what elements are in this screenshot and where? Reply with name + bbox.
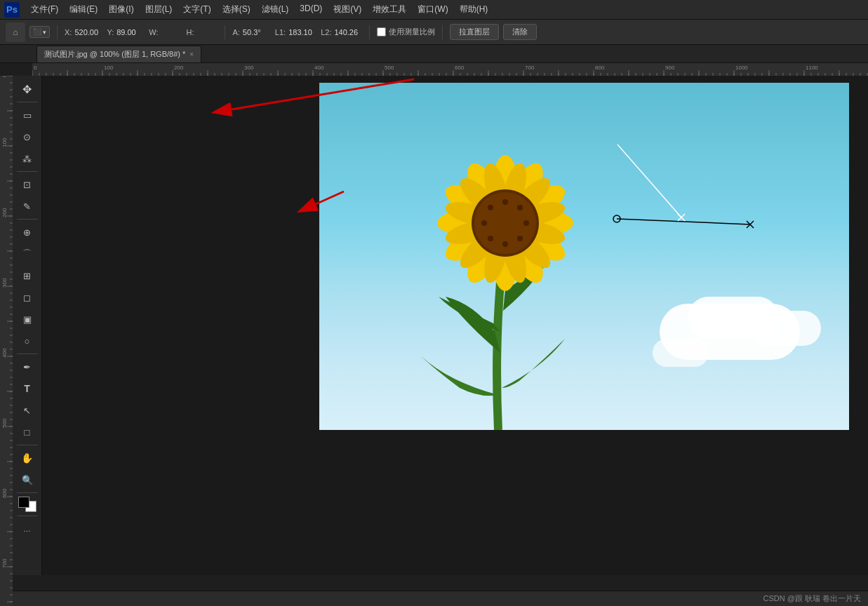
menu-item[interactable]: 增效工具 — [367, 2, 412, 17]
coord-x-group: X: 520.00 — [65, 28, 102, 36]
lasso-tool-button[interactable]: ⊙ — [15, 126, 39, 147]
path-select-tool-button[interactable]: ↖ — [15, 400, 39, 421]
l1-group: L1: 183.10 — [275, 28, 316, 36]
options-bar: ⌂ ⬛ ▾ X: 520.00 Y: 89.00 W: H: A: 50.3° … — [0, 20, 868, 45]
menu-item[interactable]: 编辑(E) — [64, 2, 103, 17]
toolbar-divider-5 — [17, 445, 38, 445]
l2-group: L2: 140.26 — [321, 28, 362, 36]
use-measurement-label: 使用测量比例 — [389, 27, 435, 37]
pen-tool-button[interactable]: ✒ — [15, 356, 39, 377]
l1-label: L1: — [275, 28, 286, 36]
h-label: H: — [186, 28, 194, 36]
menu-bar: Ps 文件(F)编辑(E)图像(I)图层(L)文字(T)选择(S)滤镜(L)3D… — [0, 0, 868, 20]
toolbar-divider-7 — [17, 516, 38, 516]
use-measurement-ratio-group: 使用测量比例 — [377, 27, 435, 37]
tab-bar: 测试图片.jpg @ 100% (图层 1, RGB/8#) * × — [0, 45, 868, 63]
y-value: 89.00 — [116, 28, 145, 36]
shape-tool-button[interactable]: □ — [15, 422, 39, 443]
menu-item[interactable]: 帮助(H) — [454, 2, 494, 17]
angle-group: A: 50.3° — [232, 28, 270, 36]
app-logo: Ps — [4, 2, 20, 18]
canvas-area — [42, 76, 868, 575]
sep1 — [57, 25, 58, 39]
height-group: H: — [186, 28, 218, 36]
measure-tool-lines — [319, 83, 849, 430]
a-value: 50.3° — [243, 28, 271, 36]
move-tool-button[interactable]: ✥ — [15, 79, 39, 100]
toolbar-divider-1 — [17, 102, 38, 102]
document-tab[interactable]: 测试图片.jpg @ 100% (图层 1, RGB/8#) * × — [36, 46, 201, 62]
use-measurement-checkbox[interactable] — [377, 27, 386, 36]
menu-item[interactable]: 文件(F) — [25, 2, 64, 17]
menu-item[interactable]: 选择(S) — [217, 2, 256, 17]
menu-item[interactable]: 视图(V) — [328, 2, 367, 17]
hand-tool-button[interactable]: ✋ — [15, 447, 39, 469]
l2-label: L2: — [321, 28, 331, 36]
menu-item[interactable]: 图像(I) — [103, 2, 139, 17]
y-label: Y: — [107, 28, 114, 36]
width-group: W: — [149, 28, 182, 36]
stamp-tool-button[interactable]: ⊞ — [15, 265, 39, 286]
crop-tool-button[interactable]: ⊡ — [15, 174, 39, 195]
menu-item[interactable]: 图层(L) — [140, 2, 178, 17]
color-swatch-container — [18, 497, 36, 512]
sep3 — [369, 25, 370, 39]
x-value: 520.00 — [74, 28, 102, 36]
l1-value: 183.10 — [288, 28, 316, 36]
zoom-tool-button[interactable]: 🔍 — [15, 469, 39, 490]
menu-items: 文件(F)编辑(E)图像(I)图层(L)文字(T)选择(S)滤镜(L)3D(D)… — [25, 2, 493, 17]
eyedropper-tool-button[interactable]: ✎ — [15, 196, 39, 217]
brush-tool-button[interactable]: ⌒ — [15, 243, 39, 264]
sep2 — [225, 25, 225, 39]
tab-title: 测试图片.jpg @ 100% (图层 1, RGB/8#) * — [44, 49, 185, 60]
ruler-vertical — [0, 76, 13, 591]
toolbar-divider-4 — [17, 354, 38, 354]
status-bar: CSDN @跟 耿瑞 卷出一片天 — [0, 591, 868, 606]
l2-value: 140.26 — [334, 28, 362, 36]
gradient-tool-button[interactable]: ▣ — [15, 309, 39, 330]
sep4 — [442, 25, 443, 39]
menu-item[interactable]: 滤镜(L) — [256, 2, 295, 17]
menu-item[interactable]: 文字(T) — [178, 2, 216, 17]
coord-y-group: Y: 89.00 — [107, 28, 145, 36]
home-button[interactable]: ⌂ — [6, 22, 25, 42]
rect-select-tool-button[interactable]: ▭ — [15, 105, 39, 126]
tool-preset-selector[interactable]: ⬛ ▾ — [29, 26, 50, 38]
left-toolbar: ✥ ▭ ⊙ ⁂ ⊡ ✎ ⊕ ⌒ ⊞ ◻ ▣ ○ ✒ T ↖ □ ✋ 🔍 — [13, 76, 42, 575]
x-label: X: — [65, 28, 72, 36]
w-label: W: — [149, 28, 158, 36]
toolbar-divider-6 — [17, 492, 38, 493]
toolbar-divider-2 — [17, 171, 38, 172]
eraser-tool-button[interactable]: ◻ — [15, 287, 39, 308]
text-tool-button[interactable]: T — [15, 378, 39, 399]
photo-canvas — [319, 83, 849, 430]
tab-close-button[interactable]: × — [189, 50, 194, 58]
more-tools-button[interactable]: … — [15, 518, 39, 539]
dodge-tool-button[interactable]: ○ — [15, 330, 39, 351]
a-label: A: — [232, 28, 239, 36]
svg-line-34 — [617, 144, 681, 217]
magic-wand-tool-button[interactable]: ⁂ — [15, 148, 39, 169]
ruler-horizontal — [32, 63, 868, 76]
foreground-color-swatch[interactable] — [18, 497, 29, 508]
straighten-layer-button[interactable]: 拉直图层 — [450, 24, 499, 40]
menu-item[interactable]: 3D(D) — [294, 2, 328, 17]
heal-tool-button[interactable]: ⊕ — [15, 222, 39, 243]
clear-button[interactable]: 清除 — [503, 24, 537, 40]
menu-item[interactable]: 窗口(W) — [412, 2, 453, 17]
toolbar-divider-3 — [17, 219, 38, 220]
credit-text: CSDN @跟 耿瑞 卷出一片天 — [763, 593, 861, 604]
